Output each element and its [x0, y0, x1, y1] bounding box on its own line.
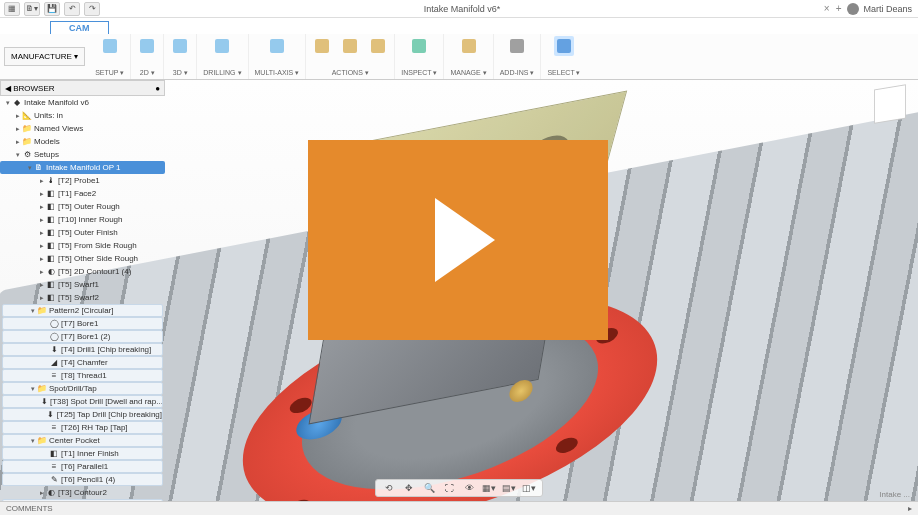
- tree-item[interactable]: ▾📁Pattern2 [Circular]: [2, 304, 163, 317]
- toolbar-label[interactable]: 3D ▾: [173, 69, 188, 77]
- tree-item[interactable]: ⬇[T4] Drill1 [Chip breaking]: [2, 343, 163, 356]
- tree-item[interactable]: ▸◧[T5] Other Side Rough: [0, 252, 165, 265]
- toolbar-label[interactable]: INSPECT ▾: [401, 69, 437, 77]
- tree-item[interactable]: ▸📁Named Views: [0, 122, 165, 135]
- toolbar-group-2d: 2D ▾: [131, 34, 164, 79]
- toolbar-label[interactable]: MULTI-AXIS ▾: [255, 69, 300, 77]
- manufacture-dropdown[interactable]: MANUFACTURE ▾: [4, 47, 85, 66]
- tree-item[interactable]: ≡[T26] RH Tap [Tap]: [2, 421, 163, 434]
- grid-menu-icon[interactable]: ▤▾: [502, 483, 516, 493]
- close-tab-icon[interactable]: ×: [824, 3, 830, 14]
- toolbar-label[interactable]: SELECT ▾: [547, 69, 580, 77]
- tree-item[interactable]: ▸◧[T5] Outer Finish: [0, 226, 165, 239]
- orbit-icon[interactable]: ⟲: [382, 483, 396, 493]
- tree-item[interactable]: ▾📁Center Pocket: [2, 434, 163, 447]
- file-menu-icon[interactable]: 🗎▾: [24, 2, 40, 16]
- document-title: Intake Manifold v6*: [100, 4, 824, 14]
- comments-bar[interactable]: COMMENTS ▸: [0, 501, 918, 515]
- tree-item[interactable]: ▸◧[T5] Swarf2: [0, 291, 165, 304]
- inspect-icon[interactable]: [409, 36, 429, 56]
- tree-item[interactable]: ≡[T8] Thread1: [2, 369, 163, 382]
- tree-item[interactable]: ⬇[T25] Tap Drill [Chip breaking]: [2, 408, 163, 421]
- tree-item[interactable]: ≡[T6] Parallel1: [2, 460, 163, 473]
- actions-icon[interactable]: [340, 36, 360, 56]
- svg-rect-0: [103, 39, 117, 53]
- video-play-overlay[interactable]: [308, 140, 608, 340]
- browser-options-icon[interactable]: ●: [155, 84, 160, 93]
- view-cube[interactable]: [874, 84, 906, 123]
- toolbar-label[interactable]: MANAGE ▾: [450, 69, 486, 77]
- fit-icon[interactable]: ⛶: [442, 483, 456, 493]
- tree-item[interactable]: ▸◐[T5] 2D Contour1 (4): [0, 265, 165, 278]
- tree-item[interactable]: ▾⚙Setups: [0, 148, 165, 161]
- comments-label: COMMENTS: [6, 504, 53, 513]
- svg-rect-8: [412, 39, 426, 53]
- toolbar-group-actions: ACTIONS ▾: [306, 34, 395, 79]
- tree-item[interactable]: ▸◧[T1] Face2: [0, 187, 165, 200]
- add-ins-icon[interactable]: [507, 36, 527, 56]
- undo-icon[interactable]: ↶: [64, 2, 80, 16]
- select-icon[interactable]: [554, 36, 574, 56]
- tree-item[interactable]: ⬇[T38] Spot Drill [Dwell and rap...: [2, 395, 163, 408]
- tree-item[interactable]: ◯[T7] Bore1: [2, 317, 163, 330]
- toolbar-group-drilling: DRILLING ▾: [197, 34, 248, 79]
- setup-icon[interactable]: [100, 36, 120, 56]
- drilling-icon[interactable]: [212, 36, 232, 56]
- toolbar-group-manage: MANAGE ▾: [444, 34, 493, 79]
- multi-axis-icon[interactable]: [267, 36, 287, 56]
- avatar-icon: [847, 3, 859, 15]
- ribbon-toolbar: MANUFACTURE ▾ SETUP ▾2D ▾3D ▾DRILLING ▾M…: [0, 34, 918, 80]
- new-tab-icon[interactable]: +: [836, 3, 842, 14]
- play-icon: [435, 198, 495, 282]
- toolbar-label[interactable]: DRILLING ▾: [203, 69, 241, 77]
- look-icon[interactable]: 👁: [462, 483, 476, 493]
- zoom-icon[interactable]: 🔍: [422, 483, 436, 493]
- toolbar-label[interactable]: ACTIONS ▾: [332, 69, 369, 77]
- tree-item[interactable]: ▸◧[T10] Inner Rough: [0, 213, 165, 226]
- svg-rect-10: [510, 39, 524, 53]
- view-nav-toolbar: ⟲ ✥ 🔍 ⛶ 👁 ▦▾ ▤▾ ◫▾: [375, 479, 543, 497]
- tree-item[interactable]: ✎[T6] Pencil1 (4): [2, 473, 163, 486]
- tree-item[interactable]: ▸🌡[T2] Probe1: [0, 174, 165, 187]
- display-menu-icon[interactable]: ▦▾: [482, 483, 496, 493]
- tree-item[interactable]: ▸◐[T3] Contour2: [0, 486, 165, 499]
- tree-item[interactable]: ▸◧[T5] Outer Rough: [0, 200, 165, 213]
- tree-item[interactable]: ▸📁Models: [0, 135, 165, 148]
- toolbar-group-multi-axis: MULTI-AXIS ▾: [249, 34, 307, 79]
- user-menu[interactable]: Marti Deans: [847, 3, 912, 15]
- tree-item[interactable]: ◯[T7] Bore1 (2): [2, 330, 163, 343]
- tree-item[interactable]: ▾📁Spot/Drill/Tap: [2, 382, 163, 395]
- workspace-tab-row: CAM: [0, 18, 918, 34]
- 3d-icon[interactable]: [170, 36, 190, 56]
- toolbar-label[interactable]: SETUP ▾: [95, 69, 124, 77]
- browser-panel-header[interactable]: ◀ BROWSER ●: [0, 80, 165, 96]
- redo-icon[interactable]: ↷: [84, 2, 100, 16]
- toolbar-label[interactable]: ADD-INS ▾: [500, 69, 535, 77]
- tree-item[interactable]: ▸◧[T5] Swarf1: [0, 278, 165, 291]
- toolbar-group-setup: SETUP ▾: [89, 34, 131, 79]
- tree-item[interactable]: ▾🗎Intake Manifold OP 1: [0, 161, 165, 174]
- workspace-tab-cam[interactable]: CAM: [50, 21, 109, 34]
- comments-expand-icon[interactable]: ▸: [908, 504, 912, 513]
- tree-item[interactable]: ◧[T1] Inner Finish: [2, 447, 163, 460]
- tree-item[interactable]: ◢[T4] Chamfer: [2, 356, 163, 369]
- tree-item[interactable]: ▸📐Units: in: [0, 109, 165, 122]
- svg-rect-11: [557, 39, 571, 53]
- grid-menu-icon[interactable]: ▦: [4, 2, 20, 16]
- browser-tree: ▾◆Intake Manifold v6 ▸📐Units: in▸📁Named …: [0, 96, 165, 512]
- actions-icon[interactable]: [368, 36, 388, 56]
- save-icon[interactable]: 💾: [44, 2, 60, 16]
- svg-rect-7: [371, 39, 385, 53]
- svg-rect-6: [343, 39, 357, 53]
- tree-item[interactable]: ▸◧[T5] From Side Rough: [0, 239, 165, 252]
- 2d-icon[interactable]: [137, 36, 157, 56]
- actions-icon[interactable]: [312, 36, 332, 56]
- credit-label: Intake ...: [879, 490, 910, 499]
- toolbar-group-add-ins: ADD-INS ▾: [494, 34, 542, 79]
- manage-icon[interactable]: [459, 36, 479, 56]
- toolbar-group-select: SELECT ▾: [541, 34, 586, 79]
- tree-root[interactable]: ▾◆Intake Manifold v6: [0, 96, 165, 109]
- pan-icon[interactable]: ✥: [402, 483, 416, 493]
- toolbar-label[interactable]: 2D ▾: [140, 69, 155, 77]
- viewport-menu-icon[interactable]: ◫▾: [522, 483, 536, 493]
